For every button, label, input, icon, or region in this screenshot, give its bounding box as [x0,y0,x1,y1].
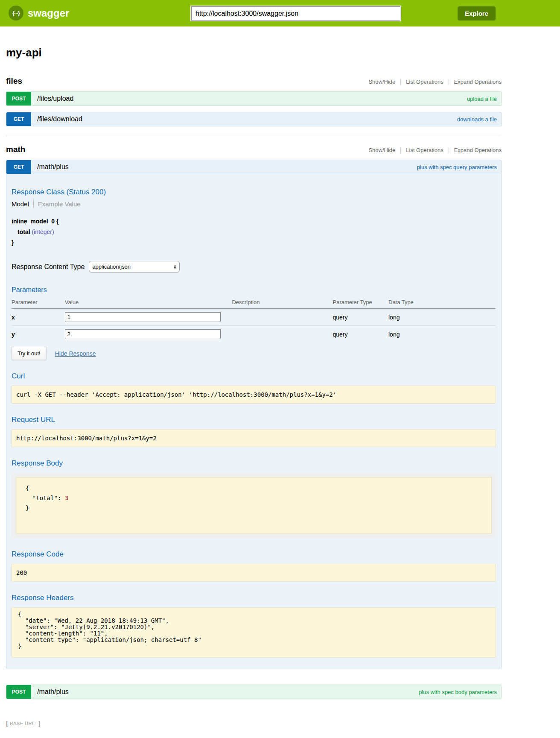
divider-bar [400,79,401,85]
endpoint-path[interactable]: /math/plus [37,163,69,171]
response-headers-box: { "date": "Wed, 22 Aug 2018 18:49:13 GMT… [12,607,496,658]
param-data-type: long [388,309,496,326]
tab-separator [33,200,34,208]
parameters-heading: Parameters [12,286,496,294]
param-x-value-input[interactable] [65,312,221,322]
math-section-header: math Show/Hide List Operations Expand Op… [6,145,502,154]
curl-command-box: curl -X GET --header 'Accept: applicatio… [12,386,496,404]
param-name: x [12,309,65,326]
col-value: Value [65,296,232,309]
endpoint-row-math-plus-post[interactable]: POST /math/plus plus with spec body para… [6,685,502,699]
endpoint-summary[interactable]: plus with spec body parameters [419,689,497,695]
select-arrows-icon: ▲▼ [173,264,176,269]
endpoint-path[interactable]: /math/plus [37,688,69,696]
col-description: Description [232,296,332,309]
base-url-label: BASE URL: [10,721,36,726]
base-url-footer: [ BASE URL: ] [6,720,502,727]
swagger-braces-icon: {···} [9,6,23,20]
math-show-hide-link[interactable]: Show/Hide [368,147,395,153]
request-url-heading: Request URL [12,416,496,424]
curl-heading: Curl [12,372,496,381]
response-content-type-row: Response Content Type application/json ▲… [12,261,496,272]
col-parameter: Parameter [12,296,65,309]
endpoint-summary[interactable]: downloads a file [457,116,497,123]
parameters-header-row: Parameter Value Description Parameter Ty… [12,296,496,309]
param-y-value-input[interactable] [65,329,221,339]
param-type: query [332,326,388,343]
files-section-controls: Show/Hide List Operations Expand Operati… [368,79,502,85]
param-data-type: long [388,326,496,343]
model-signature: inline_model_0 { total (integer) } [12,216,496,248]
response-headers-heading: Response Headers [12,594,496,602]
spec-url-input[interactable] [191,6,400,20]
app-header: {···} swagger Explore [0,0,560,26]
operation-expanded-content: Response Class (Status 200) Model Exampl… [6,174,502,668]
post-method-badge[interactable]: POST [6,685,31,699]
json-open-brace: { [20,483,487,493]
post-method-badge[interactable]: POST [6,92,31,105]
parameter-row-x: x query long [12,309,496,326]
swagger-logo[interactable]: {···} swagger [9,6,69,20]
col-data-type: Data Type [388,296,496,309]
parameter-row-y: y query long [12,326,496,343]
select-value: application/json [92,264,173,270]
endpoint-row-math-plus-get[interactable]: GET /math/plus plus with spec query para… [6,160,502,174]
param-description [232,326,332,343]
request-url-box: http://localhost:3000/math/plus?x=1&y=2 [12,429,496,447]
section-divider [6,136,502,136]
response-content-type-label: Response Content Type [12,263,85,271]
col-parameter-type: Parameter Type [332,296,388,309]
files-show-hide-link[interactable]: Show/Hide [368,79,395,85]
get-method-badge[interactable]: GET [6,160,31,174]
param-description [232,309,332,326]
tab-example-value[interactable]: Example Value [38,200,81,208]
swagger-logo-text: swagger [28,7,69,19]
response-body-box: { "total": 3 } [16,477,492,534]
endpoint-summary[interactable]: upload a file [467,96,497,102]
model-close: } [12,237,496,248]
page-title: my-api [6,46,502,59]
response-body-container: { "total": 3 } [12,473,496,538]
divider-bar [449,147,449,153]
json-total-line: "total": 3 [20,493,487,503]
model-property: total (integer) [12,227,496,237]
param-name: y [12,326,65,343]
math-list-operations-link[interactable]: List Operations [406,147,443,153]
files-section-header: files Show/Hide List Operations Expand O… [6,76,502,86]
math-section-controls: Show/Hide List Operations Expand Operati… [368,147,502,153]
model-tabs: Model Example Value [12,200,496,208]
endpoint-row-files-upload[interactable]: POST /files/upload upload a file [6,91,502,106]
get-method-badge[interactable]: GET [6,112,31,126]
math-section-title: math [6,145,25,154]
model-open: inline_model_0 { [12,216,496,227]
endpoint-summary[interactable]: plus with spec query parameters [417,164,497,170]
parameters-table: Parameter Value Description Parameter Ty… [12,296,496,343]
response-headers-json: { "date": "Wed, 22 Aug 2018 18:49:13 GMT… [18,611,491,650]
param-type: query [332,309,388,326]
try-it-out-button[interactable]: Try it out! [12,347,47,360]
response-code-box: 200 [12,564,496,582]
files-expand-operations-link[interactable]: Expand Operations [454,79,502,85]
divider-bar [400,147,401,153]
response-body-heading: Response Body [12,459,496,468]
endpoint-path[interactable]: /files/download [37,115,82,123]
bracket-close: ] [38,720,40,727]
content-wrap: my-api files Show/Hide List Operations E… [6,46,502,727]
property-type: (integer) [32,228,54,235]
tab-model[interactable]: Model [12,200,29,208]
response-code-heading: Response Code [12,550,496,559]
math-expand-operations-link[interactable]: Expand Operations [454,147,502,153]
try-it-out-row: Try it out! Hide Response [12,347,496,360]
response-content-type-select[interactable]: application/json ▲▼ [89,261,180,272]
files-section-title: files [6,76,22,86]
explore-button[interactable]: Explore [458,6,496,20]
endpoint-row-files-download[interactable]: GET /files/download downloads a file [6,112,502,126]
bracket-open: [ [6,720,8,727]
files-list-operations-link[interactable]: List Operations [406,79,443,85]
response-class-heading: Response Class (Status 200) [12,188,496,196]
hide-response-link[interactable]: Hide Response [55,350,96,357]
divider-bar [449,79,449,85]
endpoint-path[interactable]: /files/upload [37,95,73,102]
json-close-brace: } [20,503,487,513]
property-name: total [18,228,30,235]
